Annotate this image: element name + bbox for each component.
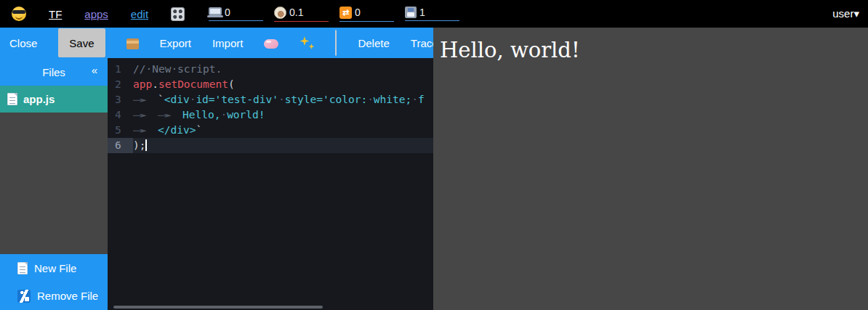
ram-value: 0.1 bbox=[289, 7, 303, 18]
code-line[interactable]: 1//·New·script. bbox=[108, 62, 433, 77]
cpu-metric: 0 bbox=[209, 7, 263, 21]
saves-metric: 1 bbox=[405, 7, 459, 21]
code-token: <div bbox=[164, 94, 190, 105]
new-file-icon bbox=[17, 262, 28, 274]
workspace: Files « app.js New File Remove File bbox=[0, 58, 433, 310]
code-token: app bbox=[133, 78, 152, 90]
line-number: 3 bbox=[108, 92, 133, 107]
reload-metric: 0 bbox=[339, 7, 394, 22]
save-button[interactable]: Save bbox=[58, 28, 105, 57]
code-token: world! bbox=[227, 109, 265, 121]
code-token: ` bbox=[158, 94, 164, 105]
code-token: ); bbox=[133, 139, 145, 151]
litter-bin-icon bbox=[17, 290, 31, 303]
text-cursor bbox=[145, 139, 147, 151]
sidebar-filler bbox=[0, 113, 108, 254]
code-token: style='color: bbox=[285, 94, 368, 105]
tab-marker: → bbox=[158, 107, 182, 123]
reload-icon bbox=[339, 7, 352, 19]
code-token: f bbox=[418, 94, 425, 105]
code-line[interactable]: 4→→Hello,·world! bbox=[108, 107, 433, 123]
file-item-appjs[interactable]: app.js bbox=[0, 86, 108, 113]
code-token: id='test-div' bbox=[196, 94, 278, 105]
code-token: white; bbox=[374, 94, 411, 105]
cpu-value: 0 bbox=[225, 7, 230, 18]
line-number: 2 bbox=[108, 77, 133, 92]
sparkles-button[interactable] bbox=[300, 36, 314, 50]
code-token: · bbox=[367, 94, 374, 105]
export-button[interactable]: Export bbox=[160, 37, 191, 49]
editor-pane: Close Save Export Import Delete Trace Fi… bbox=[0, 28, 433, 310]
nav-link-apps[interactable]: apps bbox=[84, 8, 108, 20]
main-area: Close Save Export Import Delete Trace Fi… bbox=[0, 28, 868, 310]
top-bar-left: TF apps edit 0 0.1 0 1 bbox=[0, 7, 832, 22]
horizontal-scrollbar[interactable] bbox=[113, 306, 323, 309]
code-token: · bbox=[220, 109, 227, 121]
file-page-icon bbox=[7, 93, 17, 105]
code-token: · bbox=[411, 94, 418, 105]
laptop-icon bbox=[209, 7, 222, 15]
delete-button[interactable]: Delete bbox=[358, 37, 389, 49]
tab-marker: → bbox=[133, 123, 158, 138]
tab-marker: → bbox=[133, 107, 158, 123]
reload-value: 0 bbox=[355, 7, 361, 18]
editor-toolbar: Close Save Export Import Delete Trace bbox=[0, 28, 433, 58]
floppy-icon bbox=[405, 7, 417, 18]
empty-box-button[interactable] bbox=[335, 30, 337, 56]
preview-pane: Hello, world! bbox=[433, 28, 868, 310]
remove-file-label: Remove File bbox=[37, 290, 98, 302]
status-metrics: 0 0.1 0 1 bbox=[209, 7, 459, 22]
code-line[interactable]: 5→</div>` bbox=[108, 123, 433, 138]
code-line[interactable]: 2app.setDocument( bbox=[108, 77, 433, 92]
user-menu-label: user bbox=[832, 7, 853, 20]
line-number: 5 bbox=[108, 123, 133, 138]
files-sidebar: Files « app.js New File Remove File bbox=[0, 58, 108, 310]
import-button[interactable]: Import bbox=[212, 37, 244, 49]
line-number: 4 bbox=[108, 107, 133, 123]
package-icon bbox=[126, 38, 139, 49]
code-token: ` bbox=[196, 124, 202, 136]
code-token: setDocument bbox=[158, 78, 228, 90]
code-token: </div> bbox=[158, 124, 196, 136]
soap-button[interactable] bbox=[264, 37, 278, 49]
code-editor[interactable]: 1//·New·script.2app.setDocument(3→`<div·… bbox=[108, 58, 433, 310]
code-token: ( bbox=[228, 78, 235, 90]
soap-icon bbox=[264, 39, 278, 49]
caret-down-icon: ▾ bbox=[853, 7, 859, 20]
tab-marker: → bbox=[133, 92, 158, 107]
preview-heading: Hello, world! bbox=[440, 38, 868, 62]
code-token: //·New·script. bbox=[133, 63, 222, 75]
sparkles-icon bbox=[300, 36, 314, 50]
package-button[interactable] bbox=[126, 37, 139, 49]
files-header: Files « bbox=[0, 58, 108, 86]
ram-metric: 0.1 bbox=[274, 7, 329, 22]
saves-value: 1 bbox=[419, 7, 425, 18]
ram-icon bbox=[274, 7, 286, 19]
code-line[interactable]: 6); bbox=[108, 138, 433, 153]
control-knobs-icon[interactable] bbox=[171, 7, 185, 21]
files-title: Files bbox=[42, 66, 65, 78]
code-line[interactable]: 3→`<div·id='test-div'·style='color:·whit… bbox=[108, 92, 433, 107]
file-name: app.js bbox=[23, 93, 55, 105]
code-lines: 1//·New·script.2app.setDocument(3→`<div·… bbox=[108, 62, 433, 153]
line-number: 6 bbox=[108, 138, 133, 153]
remove-file-button[interactable]: Remove File bbox=[0, 282, 108, 310]
nav-link-edit[interactable]: edit bbox=[131, 8, 148, 20]
top-bar: TF apps edit 0 0.1 0 1 user▾ bbox=[0, 0, 868, 28]
code-token: · bbox=[278, 94, 285, 105]
new-file-button[interactable]: New File bbox=[0, 254, 108, 282]
code-token: . bbox=[152, 78, 158, 90]
line-number: 1 bbox=[108, 62, 133, 77]
sunglasses-face-icon[interactable] bbox=[12, 7, 26, 21]
new-file-label: New File bbox=[34, 262, 76, 274]
user-menu[interactable]: user▾ bbox=[832, 7, 859, 20]
close-button[interactable]: Close bbox=[9, 37, 37, 49]
nav-link-tf[interactable]: TF bbox=[49, 8, 62, 20]
code-token: Hello, bbox=[182, 109, 220, 121]
collapse-sidebar-icon[interactable]: « bbox=[92, 64, 97, 76]
